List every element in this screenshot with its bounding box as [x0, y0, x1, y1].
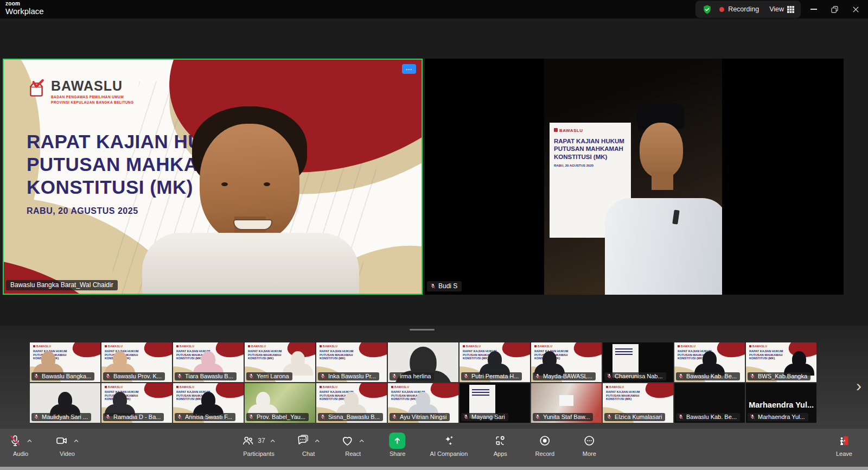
participants-filmstrip: BAWASLURAPAT KAJIAN HUKUMPUTUSAN MAHKAMA… [0, 326, 868, 429]
tile-more-options-button[interactable]: ... [402, 64, 416, 74]
recording-label: Recording [728, 5, 759, 13]
muted-mic-icon [177, 373, 182, 379]
muted-mic-icon [750, 414, 755, 420]
muted-mic-icon [9, 434, 22, 447]
participant-thumbnail[interactable]: BAWASLURAPAT KAJIAN HUKUMPUTUSAN MAHKAMA… [316, 342, 387, 382]
participant-thumbnail[interactable]: BAWASLURAPAT KAJIAN HUKUMPUTUSAN MAHKAMA… [316, 383, 387, 423]
participant-name-label: Annisa Swasti F... [175, 413, 235, 421]
participant-thumbnail[interactable]: Mayang Sari [459, 383, 530, 423]
participant-thumbnail[interactable]: BAWASLURAPAT KAJIAN HUKUMPUTUSAN MAHKAMA… [531, 342, 602, 382]
participant-thumbnail[interactable]: Bawaslu Kab. Be... [674, 383, 745, 423]
camera-icon [55, 434, 68, 447]
leave-button[interactable]: Leave [832, 433, 856, 457]
participant-thumbnail[interactable]: Yunita Staf Baw... [531, 383, 602, 423]
close-button[interactable] [852, 6, 859, 13]
view-button[interactable]: View [769, 5, 794, 13]
react-options-chevron[interactable] [359, 439, 365, 443]
muted-mic-icon [177, 414, 182, 420]
muted-mic-icon [678, 373, 684, 379]
participant-thumbnail[interactable]: BAWASLURAPAT KAJIAN HUKUMPUTUSAN MAHKAMA… [101, 383, 172, 423]
filmstrip-drag-handle[interactable] [410, 329, 435, 331]
brand-workplace: Workplace [5, 7, 44, 15]
bawaslu-logo: BAWASLU BADAN PENGAWAS PEMILIHAN UMUM PR… [27, 79, 246, 105]
video-button[interactable]: Video [55, 433, 79, 457]
participant-thumbnail[interactable]: BAWASLURAPAT KAJIAN HUKUMPUTUSAN MAHKAMA… [173, 342, 244, 382]
participants-options-chevron[interactable] [270, 439, 276, 443]
participant-overlay-name: Marhaendra Yul... [749, 401, 814, 409]
security-shield-icon[interactable] [702, 4, 712, 15]
participant-thumbnail[interactable]: BAWASLURAPAT KAJIAN HUKUMPUTUSAN MAHKAMA… [388, 383, 458, 423]
participant-name-label: Mayda-BAWASL... [533, 372, 596, 380]
participant-name-label: Elzica Kumalasari [604, 413, 665, 421]
participants-count: 37 [258, 437, 265, 444]
filmstrip-row-2: Maulidyah Sari ...BAWASLURAPAT KAJIAN HU… [30, 383, 816, 423]
participant-name-label: Chaerunisa Nab... [604, 372, 666, 380]
participant-thumbnail[interactable]: Marhaendra Yul...Marhaendra Yul... [746, 383, 816, 423]
participant-name-label: Ramadia D - Ba... [103, 413, 164, 421]
heart-icon [341, 434, 354, 447]
chat-options-chevron[interactable] [315, 439, 321, 443]
leave-door-icon [838, 434, 851, 447]
participant-name-label: Sisna_Bawaslu B... [318, 413, 383, 421]
active-speaker-tile[interactable]: BAWASLU BADAN PENGAWAS PEMILIHAN UMUM PR… [3, 59, 423, 295]
org-name: BAWASLU [51, 78, 123, 93]
participants-button[interactable]: 37 Participants [241, 433, 276, 457]
grid-view-icon [787, 6, 794, 13]
audio-options-chevron[interactable] [27, 439, 33, 443]
restore-button[interactable] [831, 6, 838, 13]
react-button[interactable]: React [341, 433, 365, 457]
participant-thumbnail[interactable]: Chaerunisa Nab... [603, 342, 673, 382]
muted-mic-icon [105, 414, 111, 420]
muted-mic-icon [607, 373, 612, 379]
video-options-chevron[interactable] [73, 439, 79, 443]
apps-button[interactable]: Apps [488, 433, 512, 457]
speaker-silhouette [142, 106, 359, 294]
participant-thumbnail[interactable]: BAWASLURAPAT KAJIAN HUKUMPUTUSAN MAHKAMA… [173, 383, 244, 423]
recording-indicator[interactable]: Recording [719, 5, 759, 13]
participant-thumbnail[interactable]: BAWASLURAPAT KAJIAN HUKUMPUTUSAN MAHKAMA… [674, 342, 745, 382]
participant-thumbnail[interactable]: BAWASLURAPAT KAJIAN HUKUMPUTUSAN MAHKAMA… [245, 342, 315, 382]
chat-icon [297, 434, 310, 447]
org-subline-1: BADAN PENGAWAS PEMILIHAN UMUM [51, 94, 133, 100]
muted-mic-icon [34, 373, 39, 379]
secondary-video-tile[interactable]: BAWASLU RAPAT KAJIAN HUKUM PUTUSAN MAHKA… [425, 59, 844, 295]
ai-companion-button[interactable]: AI Companion [430, 433, 468, 457]
participant-thumbnail[interactable]: Maulidyah Sari ... [30, 383, 100, 423]
audio-button[interactable]: Audio [9, 433, 33, 457]
mini-slide-org: BAWASLU [554, 128, 627, 133]
bawaslu-logo-icon [27, 79, 46, 99]
participant-thumbnail[interactable]: BAWASLURAPAT KAJIAN HUKUMPUTUSAN MAHKAMA… [101, 342, 172, 382]
chat-button[interactable]: Chat [297, 433, 321, 457]
filmstrip-next-page-button[interactable]: › [856, 378, 861, 394]
minimize-button[interactable] [810, 9, 817, 10]
participant-name-label: BWS_Kab.Bangka [748, 372, 810, 380]
participant-thumbnail[interactable]: BAWASLURAPAT KAJIAN HUKUMPUTUSAN MAHKAMA… [459, 342, 530, 382]
bottom-edge-strip [0, 467, 868, 470]
recording-dot-icon [719, 7, 724, 12]
participant-thumbnail[interactable]: BAWASLURAPAT KAJIAN HUKUMPUTUSAN MAHKAMA… [30, 342, 100, 382]
muted-mic-icon [320, 373, 326, 379]
muted-mic-icon [248, 414, 254, 420]
muted-mic-icon [105, 373, 111, 379]
participant-name-label: Mayang Sari [461, 413, 508, 421]
participant-thumbnail[interactable]: Prov. Babel_Yau... [245, 383, 315, 423]
participant-thumbnail[interactable]: BAWASLURAPAT KAJIAN HUKUMPUTUSAN MAHKAMA… [746, 342, 816, 382]
participant-name-label: Tiara Bawaslu B... [175, 372, 237, 380]
muted-mic-icon [320, 414, 326, 420]
participant-thumbnail[interactable]: irma herlina [388, 342, 458, 382]
participant-name-label: Maulidyah Sari ... [31, 413, 91, 421]
record-button[interactable]: Record [533, 433, 557, 457]
more-button[interactable]: More [577, 433, 601, 457]
muted-mic-icon [463, 414, 469, 420]
record-icon [538, 434, 551, 447]
share-button[interactable]: Share [386, 433, 410, 457]
participant-name-label: Bawaslu Kab. Be... [676, 413, 740, 421]
participant-thumbnail[interactable]: BAWASLURAPAT KAJIAN HUKUMPUTUSAN MAHKAMA… [603, 383, 673, 423]
ai-sparkle-icon [442, 434, 455, 447]
muted-mic-icon [750, 373, 755, 379]
participant-name-label: Bawaslu Prov. K... [103, 372, 165, 380]
participant-name-label: irma herlina [390, 372, 434, 380]
mini-slide-date: RABU, 20 AGUSTUS 2025 [554, 164, 627, 167]
zoom-workplace-logo: zoom Workplace [5, 1, 44, 15]
org-subline-2: PROVINSI KEPULAUAN BANGKA BELITUNG [51, 100, 133, 105]
